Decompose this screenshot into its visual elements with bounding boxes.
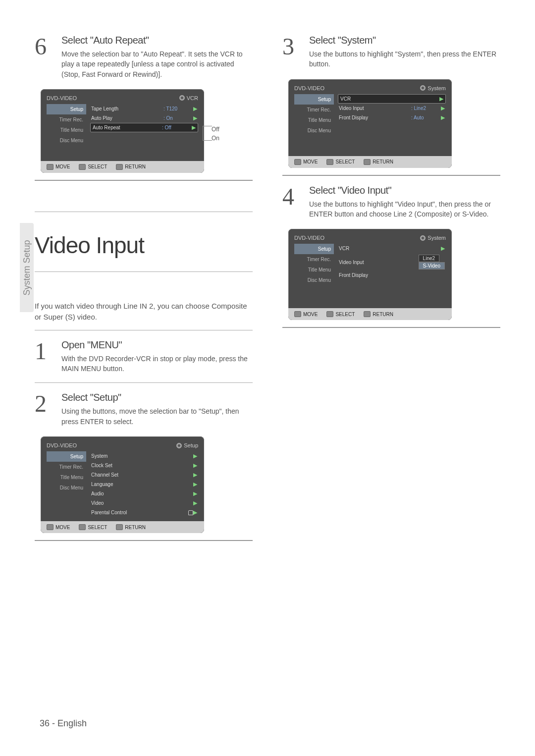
- right-column: 3 Select "System" Use the buttons to hig…: [282, 35, 500, 550]
- step-title: Select "Video Input": [309, 185, 500, 196]
- osd-side-item: Disc Menu: [294, 275, 334, 285]
- osd-side-item: Title Menu: [47, 472, 86, 483]
- arrow-right-icon: ▶: [193, 453, 197, 459]
- osd-device: DVD-VIDEO: [294, 235, 324, 241]
- osd-row: Channel Set▶: [90, 470, 198, 480]
- disc-icon: [179, 95, 185, 101]
- osd-tag: Setup: [184, 442, 198, 448]
- osd-row: System▶: [90, 451, 198, 461]
- arrow-right-icon: ▶: [439, 96, 443, 102]
- step-number: 6: [35, 35, 54, 79]
- section-title: Video Input: [35, 232, 253, 259]
- arrow-right-icon: ▶: [192, 124, 196, 131]
- osd-side-item: Setup: [47, 451, 86, 462]
- osd-screen-setup: DVD-VIDEO Setup Setup Timer Rec. Title M…: [41, 436, 253, 533]
- osd-row: Tape Length: T120▶: [90, 104, 198, 113]
- arrow-right-icon: ▶: [441, 245, 445, 252]
- osd-row: Front Display: [338, 271, 446, 279]
- key-icon: [47, 164, 54, 170]
- section-tab: System Setup: [20, 223, 34, 312]
- key-icon: [364, 311, 371, 317]
- osd-side-item: Timer Rec.: [47, 114, 86, 125]
- osd-tag: System: [428, 235, 446, 241]
- step-title: Select "Auto Repeat": [61, 35, 253, 46]
- osd-device: DVD-VIDEO: [47, 442, 77, 448]
- key-icon: [79, 524, 86, 530]
- osd-side-item: Title Menu: [294, 115, 334, 125]
- step-4: 4 Select "Video Input" Use the buttons t…: [282, 185, 500, 219]
- step-desc: Use the buttons to highlight "Video Inpu…: [309, 199, 500, 219]
- arrow-right-icon: ▶: [193, 509, 197, 516]
- osd-side-item: Title Menu: [294, 265, 334, 275]
- arrow-right-icon: ▶: [441, 114, 445, 121]
- step-number: 3: [282, 35, 302, 69]
- step-number: 4: [282, 185, 302, 219]
- osd-tag: System: [428, 85, 446, 91]
- key-icon: [294, 311, 301, 317]
- arrow-right-icon: ▶: [193, 115, 197, 121]
- step-6: 6 Select "Auto Repeat" Move the selectio…: [35, 35, 253, 79]
- osd-row: VCR▶: [338, 244, 446, 253]
- osd-screen-vcr: DVD-VIDEO VCR Setup Timer Rec. Title Men…: [41, 89, 253, 173]
- osd-device: DVD-VIDEO: [294, 85, 324, 91]
- step-desc: With the DVD Recorder-VCR in stop or pla…: [61, 354, 253, 374]
- osd-row: Clock Set▶: [90, 461, 198, 470]
- key-icon: [326, 159, 333, 165]
- left-column: 6 Select "Auto Repeat" Move the selectio…: [35, 35, 253, 550]
- osd-screen-video-input: DVD-VIDEO System Setup Timer Rec. Title …: [288, 229, 500, 320]
- arrow-right-icon: ▶: [193, 462, 197, 469]
- osd-row: Audio▶: [90, 489, 198, 498]
- step-number: 2: [35, 392, 54, 427]
- arrow-right-icon: ▶: [193, 106, 197, 112]
- osd-row-selected: Auto Repeat: Off▶: [90, 123, 198, 132]
- disc-icon: [420, 85, 426, 91]
- step-1: 1 Open "MENU" With the DVD Recorder-VCR …: [35, 339, 253, 374]
- divider: [35, 271, 253, 272]
- osd-row: Language▶: [90, 480, 198, 489]
- step-number: 1: [35, 339, 54, 374]
- key-icon: [294, 159, 301, 165]
- arrow-right-icon: ▶: [193, 472, 197, 478]
- step-title: Open "MENU": [61, 339, 253, 351]
- key-icon: [364, 159, 371, 165]
- osd-screen-system: DVD-VIDEO System Setup Timer Rec. Title …: [288, 79, 500, 168]
- osd-side-item: Setup: [294, 94, 334, 105]
- osd-side-item: Disc Menu: [294, 125, 334, 136]
- step-desc: Use the buttons to highlight "System", t…: [309, 49, 500, 69]
- divider: [35, 540, 253, 541]
- osd-side-item: Title Menu: [47, 125, 86, 135]
- option-line2: Line2: [419, 255, 439, 262]
- divider: [35, 180, 253, 181]
- osd-row: Video▶: [90, 498, 198, 508]
- osd-tag: VCR: [187, 95, 198, 101]
- osd-row: Auto Play: On▶: [90, 113, 198, 123]
- lock-icon: [188, 510, 193, 515]
- osd-row: Video Input: Line2▶: [338, 104, 446, 113]
- divider: [35, 382, 253, 383]
- step-title: Select "System": [309, 35, 500, 46]
- key-icon: [116, 524, 123, 530]
- step-3: 3 Select "System" Use the buttons to hig…: [282, 35, 500, 69]
- divider: [282, 327, 500, 328]
- arrow-right-icon: ▶: [193, 490, 197, 497]
- osd-device: DVD-VIDEO: [47, 95, 77, 101]
- step-title: Select "Setup": [61, 392, 253, 403]
- key-icon: [79, 164, 86, 170]
- key-icon: [47, 524, 54, 530]
- osd-side-item: Disc Menu: [47, 483, 86, 493]
- divider: [35, 330, 253, 330]
- osd-row-selected: VCR▶: [338, 94, 446, 104]
- osd-side-item: Setup: [294, 244, 334, 254]
- disc-icon: [420, 235, 426, 241]
- arrow-right-icon: ▶: [193, 481, 197, 487]
- step-2: 2 Select "Setup" Using the buttons, move…: [35, 392, 253, 427]
- divider: [35, 212, 253, 212]
- osd-side-item: Timer Rec.: [294, 105, 334, 115]
- option-svideo: S-Video: [419, 262, 445, 270]
- intro-text: If you watch video through Line IN 2, yo…: [35, 301, 253, 323]
- key-icon: [116, 164, 123, 170]
- divider: [282, 175, 500, 176]
- step-desc: Move the selection bar to "Auto Repeat".…: [61, 49, 253, 79]
- osd-side-item: Timer Rec.: [47, 462, 86, 472]
- osd-row: Front Display: Auto▶: [338, 113, 446, 122]
